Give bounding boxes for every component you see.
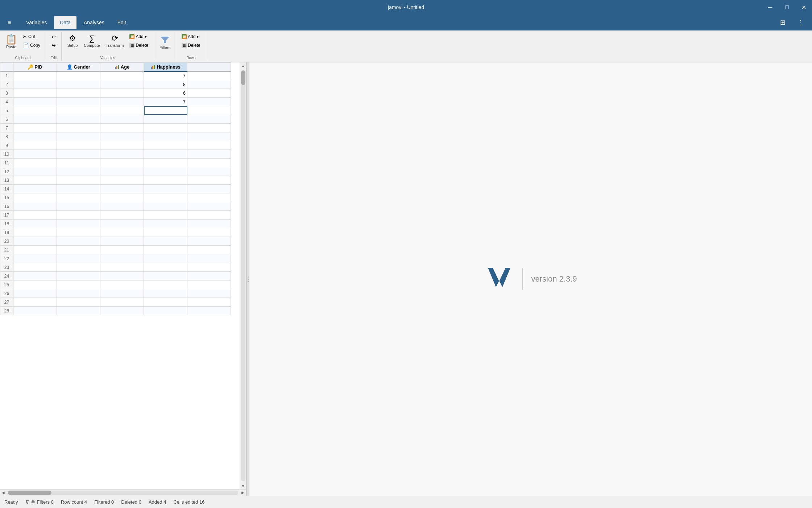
cell-age[interactable] <box>100 185 144 193</box>
cell-empty[interactable] <box>187 263 231 272</box>
cell-age[interactable] <box>100 228 144 237</box>
cell-happiness[interactable] <box>144 115 187 124</box>
cell-empty[interactable] <box>187 280 231 289</box>
cell-age[interactable] <box>100 280 144 289</box>
variables-add-button[interactable]: ▦ Add ▾ <box>127 33 151 41</box>
cell-gender[interactable] <box>57 272 100 280</box>
cell-empty[interactable] <box>187 115 231 124</box>
vertical-scrollbar[interactable]: ▲ ▼ <box>240 62 246 489</box>
tab-variables[interactable]: Variables <box>20 16 53 29</box>
cell-empty[interactable] <box>187 167 231 176</box>
cell-empty[interactable] <box>187 254 231 263</box>
minimize-button[interactable]: ─ <box>762 0 779 15</box>
cell-pid[interactable] <box>13 185 57 193</box>
cell-pid[interactable] <box>13 202 57 211</box>
cell-age[interactable] <box>100 176 144 185</box>
cell-happiness[interactable] <box>144 307 187 315</box>
cell-happiness[interactable] <box>144 159 187 167</box>
cell-gender[interactable] <box>57 71 100 80</box>
cell-empty[interactable] <box>187 141 231 150</box>
scroll-left-arrow[interactable]: ◀ <box>0 489 7 496</box>
cell-gender[interactable] <box>57 298 100 307</box>
cell-happiness[interactable] <box>144 280 187 289</box>
cell-empty[interactable] <box>187 298 231 307</box>
cell-gender[interactable] <box>57 167 100 176</box>
cell-happiness[interactable] <box>144 167 187 176</box>
cell-happiness[interactable] <box>144 150 187 159</box>
cell-pid[interactable] <box>13 228 57 237</box>
panel-resize-handle[interactable] <box>246 62 249 496</box>
cell-gender[interactable] <box>57 246 100 254</box>
cell-pid[interactable] <box>13 150 57 159</box>
cell-pid[interactable] <box>13 272 57 280</box>
cell-pid[interactable] <box>13 159 57 167</box>
cell-happiness[interactable] <box>144 124 187 132</box>
tab-analyses[interactable]: Analyses <box>78 16 110 29</box>
cell-pid[interactable] <box>13 298 57 307</box>
cell-age[interactable] <box>100 298 144 307</box>
copy-button[interactable]: 📄 Copy <box>20 41 43 49</box>
cell-age[interactable] <box>100 124 144 132</box>
col-header-empty[interactable] <box>187 63 231 71</box>
cell-gender[interactable] <box>57 228 100 237</box>
cell-gender[interactable] <box>57 193 100 202</box>
sheet-table-wrapper[interactable]: 🔑 PID 👤 Gender <box>0 62 246 489</box>
cell-age[interactable] <box>100 254 144 263</box>
cell-happiness[interactable] <box>144 246 187 254</box>
cell-empty[interactable] <box>187 220 231 228</box>
cell-gender[interactable] <box>57 80 100 89</box>
cell-gender[interactable] <box>57 89 100 98</box>
cell-happiness[interactable]: 7 <box>144 71 187 80</box>
cell-gender[interactable] <box>57 280 100 289</box>
compute-button[interactable]: ∑ Compute <box>81 33 103 50</box>
cell-pid[interactable] <box>13 280 57 289</box>
cell-happiness[interactable]: 8 <box>144 80 187 89</box>
cell-age[interactable] <box>100 115 144 124</box>
cell-empty[interactable] <box>187 193 231 202</box>
hamburger-menu[interactable]: ≡ <box>3 16 16 29</box>
cell-age[interactable] <box>100 202 144 211</box>
col-header-Gender[interactable]: 👤 Gender <box>57 63 100 71</box>
cell-gender[interactable] <box>57 106 100 115</box>
cell-happiness[interactable] <box>144 132 187 141</box>
col-header-Age[interactable]: Age <box>100 63 144 71</box>
rows-add-button[interactable]: ▦ Add ▾ <box>179 33 203 41</box>
cell-gender[interactable] <box>57 124 100 132</box>
cell-pid[interactable] <box>13 263 57 272</box>
cell-age[interactable] <box>100 159 144 167</box>
sheet-scroll-area[interactable]: 🔑 PID 👤 Gender <box>0 62 240 489</box>
scroll-down-arrow[interactable]: ▼ <box>240 483 246 489</box>
cell-age[interactable] <box>100 71 144 80</box>
cell-empty[interactable] <box>187 202 231 211</box>
cell-age[interactable] <box>100 150 144 159</box>
cell-empty[interactable] <box>187 124 231 132</box>
cell-empty[interactable] <box>187 132 231 141</box>
cell-age[interactable] <box>100 89 144 98</box>
cell-age[interactable] <box>100 80 144 89</box>
cell-gender[interactable] <box>57 307 100 315</box>
cut-button[interactable]: ✂ Cut <box>20 33 43 41</box>
cell-pid[interactable] <box>13 246 57 254</box>
cell-pid[interactable] <box>13 176 57 185</box>
cell-empty[interactable] <box>187 211 231 220</box>
cell-happiness[interactable] <box>144 254 187 263</box>
cell-happiness[interactable]: 7 <box>144 98 187 106</box>
cell-happiness[interactable] <box>144 202 187 211</box>
vscroll-thumb[interactable] <box>241 70 245 85</box>
cell-pid[interactable] <box>13 89 57 98</box>
cell-happiness[interactable] <box>144 272 187 280</box>
cell-pid[interactable] <box>13 220 57 228</box>
cell-happiness[interactable] <box>144 228 187 237</box>
view-toggle-button[interactable]: ⊞ <box>774 15 791 30</box>
cell-pid[interactable] <box>13 211 57 220</box>
col-header-Happiness[interactable]: Happiness <box>144 63 187 71</box>
cell-happiness[interactable] <box>144 237 187 246</box>
vscroll-track[interactable] <box>241 70 245 481</box>
cell-gender[interactable] <box>57 254 100 263</box>
cell-empty[interactable] <box>187 237 231 246</box>
cell-gender[interactable] <box>57 150 100 159</box>
cell-pid[interactable] <box>13 115 57 124</box>
tab-edit[interactable]: Edit <box>112 16 132 29</box>
cell-empty[interactable] <box>187 228 231 237</box>
cell-gender[interactable] <box>57 237 100 246</box>
